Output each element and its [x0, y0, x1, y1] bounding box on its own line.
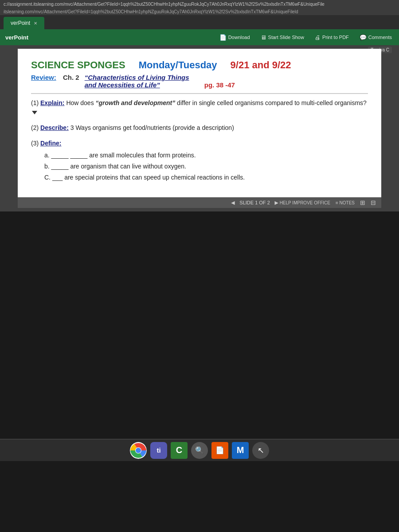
- define-b: b. _____ are organism that can live with…: [44, 162, 368, 171]
- comments-button[interactable]: 💬 Comments: [358, 33, 394, 42]
- review-label: Review:: [31, 74, 58, 81]
- define-a-text: _____ _____ are small molecules that for…: [51, 152, 196, 159]
- slide-nav-right: HELP IMPROVE OFFICE ≡ NOTES ⊞ ⊟: [280, 199, 376, 206]
- review-title-line2: and Necessities of Life”: [85, 81, 160, 89]
- chrome-icon[interactable]: [130, 442, 147, 459]
- pg-number: pg. 38 -47: [204, 81, 235, 89]
- q1-label: Explain:: [40, 99, 64, 106]
- review-title-block: “Characteristics of Living Things and Ne…: [85, 74, 235, 89]
- teams-label: ti: [156, 446, 160, 454]
- define-b-text: _____ are organism that can live without…: [51, 163, 186, 170]
- view-icon[interactable]: ⊞: [360, 199, 365, 206]
- next-slide-button[interactable]: ►: [274, 199, 280, 206]
- c-app-icon[interactable]: C: [171, 442, 188, 459]
- slide-title-row: SCIENCE SPONGES Monday/Tuesday 9/21 and …: [31, 59, 368, 71]
- define-b-label: b.: [44, 163, 50, 170]
- taskbar: ti C 🔍 📄 M ↖: [0, 439, 399, 461]
- m-app-icon[interactable]: M: [232, 442, 249, 459]
- help-improve-label: HELP IMPROVE OFFICE: [280, 200, 330, 205]
- doc-area: SCIENCE SPONGES Monday/Tuesday 9/21 and …: [0, 45, 399, 211]
- divider: [31, 93, 368, 94]
- question-3-block: (3) Define: a. _____ _____ are small mol…: [31, 139, 368, 182]
- define-c-label: C.: [44, 174, 51, 181]
- slide-container: SCIENCE SPONGES Monday/Tuesday 9/21 and …: [18, 49, 381, 197]
- q2-label: Describe:: [40, 124, 69, 131]
- tab-close-button[interactable]: ✕: [34, 21, 37, 26]
- print-pdf-label: Print to PDF: [322, 35, 349, 40]
- define-a-label: a.: [44, 152, 50, 159]
- q1-text: How does: [66, 99, 95, 106]
- search-app-icon[interactable]: 🔍: [191, 442, 208, 459]
- toolbar-actions: 📄 Download 🖥 Start Slide Show 🖨 Print to…: [218, 33, 394, 42]
- search-icon-symbol: 🔍: [195, 446, 204, 454]
- m-label: M: [237, 445, 244, 455]
- define-items: a. _____ _____ are small molecules that …: [44, 151, 368, 182]
- prev-slide-button[interactable]: ◄: [230, 199, 236, 206]
- tab-bar: verPoint ✕ Tamiya C: [0, 15, 399, 29]
- slideshow-button[interactable]: 🖥 Start Slide Show: [259, 33, 306, 42]
- q1-bold-text: “growth and development”: [96, 99, 176, 106]
- slide-nav: ◄ SLIDE 1 OF 2 ► HELP IMPROVE OFFICE ≡ N…: [18, 197, 381, 208]
- review-ch: Ch. 2: [63, 74, 79, 81]
- teams-icon[interactable]: ti: [150, 442, 167, 459]
- file-app-icon[interactable]: 📄: [211, 442, 228, 459]
- comments-label: Comments: [368, 35, 392, 40]
- review-row: Review: Ch. 2 “Characteristics of Living…: [31, 74, 368, 89]
- comments-icon: 💬: [360, 34, 367, 41]
- download-icon: 📄: [219, 34, 227, 41]
- define-a: a. _____ _____ are small molecules that …: [44, 151, 368, 160]
- slideshow-icon: 🖥: [261, 34, 266, 41]
- print-pdf-button[interactable]: 🖨 Print to PDF: [313, 33, 351, 42]
- q1-rest: differ in single celled organisms compar…: [177, 99, 367, 106]
- tab-label: verPoint: [11, 20, 30, 26]
- q3-number: (3): [31, 140, 39, 147]
- q3-label: Define:: [40, 140, 61, 147]
- office-toolbar: verPoint 📄 Download 🖥 Start Slide Show 🖨…: [0, 29, 399, 45]
- active-tab[interactable]: verPoint ✕: [4, 17, 44, 29]
- q2-text: 3 Ways organisms get food/nutrients (pro…: [70, 124, 234, 131]
- notes-button[interactable]: ≡ NOTES: [336, 200, 355, 205]
- url-bar-line1[interactable]: c://assignment.itslearning.com/mvc/Attac…: [0, 0, 399, 8]
- slide-title-science: SCIENCE SPONGES: [31, 59, 125, 71]
- file-icon-symbol: 📄: [215, 446, 224, 454]
- svg-point-2: [136, 448, 141, 453]
- download-button[interactable]: 📄 Download: [218, 33, 252, 42]
- slide-title-date: 9/21 and 9/22: [231, 59, 291, 71]
- download-label: Download: [228, 35, 250, 40]
- review-title-line1: “Characteristics of Living Things: [85, 74, 235, 81]
- q1-number: (1): [31, 99, 39, 106]
- slideshow-label: Start Slide Show: [268, 35, 304, 40]
- c-label: C: [176, 445, 182, 455]
- browser-chrome: c://assignment.itslearning.com/mvc/Attac…: [0, 0, 399, 15]
- printer-icon: 🖨: [315, 34, 321, 41]
- question-2-block: (2) Describe: 3 Ways organisms get food/…: [31, 123, 368, 133]
- slide-info: SLIDE 1 OF 2: [239, 200, 270, 205]
- define-c: C. ___ are special proteins that can spe…: [44, 173, 368, 182]
- url-bar-line2[interactable]: itslearning.com/mvc/Attachment/Get?FileI…: [0, 8, 399, 15]
- slide-title-day: Monday/Tuesday: [139, 59, 217, 71]
- pointer-app-icon[interactable]: ↖: [252, 442, 269, 459]
- office-brand-label: verPoint: [5, 34, 28, 41]
- question-1-block: (1) Explain: How does “growth and develo…: [31, 98, 368, 117]
- slide-nav-center: ◄ SLIDE 1 OF 2 ►: [230, 199, 279, 206]
- dark-background: [0, 463, 399, 532]
- pointer-icon-symbol: ↖: [258, 446, 264, 455]
- q2-number: (2): [31, 124, 39, 131]
- cursor-indicator: [32, 111, 37, 114]
- collapse-icon[interactable]: ⊟: [371, 199, 376, 206]
- define-c-text: ___ are special proteins that can speed …: [52, 174, 245, 181]
